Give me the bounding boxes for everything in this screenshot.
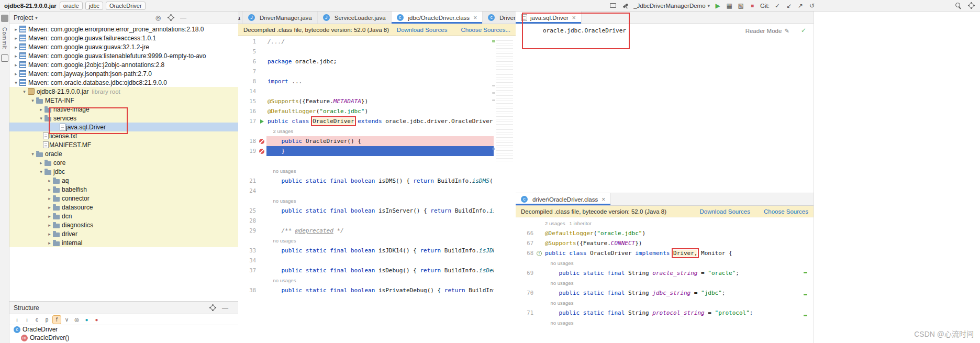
code-line-6[interactable]: 6package oracle.jdbc; [238,57,494,67]
chevron-open-icon[interactable]: ▾ [38,169,44,174]
tree-item-datasource[interactable]: ▸datasource [9,203,238,212]
chevron-closed-icon[interactable]: ▸ [13,62,19,68]
tree-item-maven-com.google.guava-failureaccess-1.0[interactable]: ▸Maven: com.google.guava:failureaccess:1… [9,34,238,42]
close-icon[interactable]: × [473,14,477,21]
structure-panel-title[interactable]: Structure [14,304,39,312]
code-line-28[interactable]: 28 [238,216,494,226]
chevron-closed-icon[interactable]: ▸ [46,178,53,183]
breadcrumb-OracleDriver[interactable]: OracleDriver [106,2,146,10]
code-line-25[interactable]: 25 public static final boolean isInServe… [238,206,494,216]
tree-item-maven-com.jayway.jsonpath-json-path-2.7.[interactable]: ▸Maven: com.jayway.jsonpath:json-path:2.… [9,69,238,78]
editor-tab-jdbc-oracledriver.class[interactable]: jdbc/OracleDriver.class× [392,12,483,24]
tree-item-maven-com.google.errorprone-error-prone-[interactable]: ▸Maven: com.google.errorprone:error_pron… [9,25,238,34]
bp-gutter-icon[interactable] [257,139,266,144]
code-line[interactable] [238,156,494,166]
code-line-17[interactable]: 17public class OracleDriver extends orac… [238,116,494,126]
editor-tab-serviceloader.java[interactable]: ServiceLoader.java [318,12,392,24]
code-area[interactable]: 1/.../56package oracle.jdbc;78import ...… [238,36,494,343]
v-filter-icon[interactable]: v [62,315,71,324]
p-filter-icon[interactable]: p [42,315,51,324]
choose-sources-link[interactable]: Choose Sources... [461,27,510,33]
tree-item-maven-com.google.guava-guava-32.1.2-jre[interactable]: ▸Maven: com.google.guava:guava:32.1.2-jr… [9,42,238,51]
tree-item-java.sql.driver[interactable]: java.sql.Driver [9,123,238,131]
search-icon[interactable] [954,2,963,10]
inspections-ok-icon[interactable]: ✓ [801,27,806,34]
close-icon[interactable]: × [602,196,605,203]
chevron-closed-icon[interactable]: ▸ [13,27,19,32]
code-line-38[interactable]: 38 public static final boolean isPrivate… [238,285,494,295]
gear-icon[interactable] [166,14,175,22]
chevron-closed-icon[interactable]: ▸ [38,160,44,165]
breadcrumb-oracle[interactable]: oracle [60,2,83,10]
tab-driver-oracledriver-class[interactable]: driver\OracleDriver.class × [516,193,611,205]
chevron-closed-icon[interactable]: ▸ [13,45,19,50]
hammer-icon[interactable] [621,2,630,10]
code-line[interactable]: no usages [238,236,494,246]
tree-item-ojdbc8-21.9.0.0.jar[interactable]: ▾ojdbc8-21.9.0.0.jarlibrary root [9,87,238,96]
run-gutter-icon[interactable] [257,119,266,124]
check-icon[interactable]: ✓ [773,2,782,10]
push-icon[interactable]: ↗ [796,2,805,10]
code-line-8[interactable]: 8import ... [238,76,494,86]
sort-icon[interactable]: ↕ [13,315,21,324]
tree-item-babelfish[interactable]: ▸babelfish [9,185,238,194]
breadcrumb-jdbc[interactable]: jdbc [85,2,103,10]
tree-item-license.txt[interactable]: license.txt [9,131,238,140]
code-line[interactable]: no usages [238,196,494,206]
chevron-closed-icon[interactable]: ▸ [46,205,53,210]
chevron-open-icon[interactable]: ▾ [38,116,44,121]
code-line-33[interactable]: 33 public static final boolean isJDK14()… [238,246,494,256]
code-line[interactable]: no usages [516,278,814,288]
code-line-69[interactable]: 69 public static final String oracle_str… [516,268,814,278]
code-line[interactable]: no usages [238,275,494,285]
commit-tool-button[interactable]: Commit [2,27,8,49]
code-line-15[interactable]: 15@Supports({Feature.METADATA}) [238,96,494,106]
f-filter-icon[interactable]: f [52,315,61,324]
code-line[interactable]: no usages [516,318,814,328]
code-line-34[interactable]: 34 [238,256,494,265]
chevron-closed-icon[interactable]: ▸ [13,53,19,59]
red-dot-icon[interactable]: ● [92,315,101,324]
update-icon[interactable]: ↙ [784,2,794,10]
tree-item-native-image[interactable]: ▸native-image [9,105,238,114]
target-icon[interactable]: ◎ [153,14,163,22]
coverage-icon[interactable]: ▦ [725,2,734,10]
code-line-66[interactable]: 66@DefaultLogger("oracle.jdbc") [516,228,814,238]
chevron-closed-icon[interactable]: ▸ [46,196,53,201]
chevron-closed-icon[interactable]: ▸ [46,223,53,228]
project-tool-icon[interactable] [1,15,8,22]
tree-item-meta-inf[interactable]: ▾META-INF [9,96,238,105]
code-line-18[interactable]: 18 public OracleDriver() { [238,136,494,146]
stop-icon[interactable]: ■ [748,2,757,10]
code-line-1[interactable]: 1/.../ [238,37,494,47]
tree-item-maven-com.google.j2objc-j2objc-annotatio[interactable]: ▸Maven: com.google.j2objc:j2objc-annotat… [9,60,238,69]
chevron-closed-icon[interactable]: ▸ [46,214,53,219]
tab-java-sql-driver[interactable]: java.sql.Driver × [516,12,582,24]
structure-item[interactable]: OracleDriver() [9,334,238,342]
structure-item[interactable]: OracleDriver [9,325,238,334]
tree-item-maven-com.oracle.database.jdbc-ojdbc8-21[interactable]: ▾Maven: com.oracle.database.jdbc:ojdbc8:… [9,78,238,87]
tree-item-maven-com.google.guava-listenablefuture-[interactable]: ▸Maven: com.google.guava:listenablefutur… [9,51,238,60]
tree-item-jdbc[interactable]: ▾jdbc [9,167,238,176]
tree-item-diagnostics[interactable]: ▸diagnostics [9,220,238,229]
code-line-7[interactable]: 7 [238,67,494,76]
tree-item-aq[interactable]: ▸aq [9,176,238,185]
code-line-21[interactable]: 21 public static final boolean isDMS() {… [238,176,494,186]
editor-tab-drivermanager.java[interactable]: DriverManager.java [243,12,318,24]
cyan-dot-icon[interactable]: ● [82,315,91,324]
gear-icon[interactable] [208,304,217,312]
play-icon[interactable]: ▶ [713,2,722,10]
minimap-scrollbar[interactable] [496,38,513,162]
tree-item-dcn[interactable]: ▸dcn [9,212,238,220]
hide-icon[interactable]: — [220,304,230,312]
code-line[interactable]: no usages [516,258,814,268]
impl-gutter-icon[interactable] [534,251,544,256]
close-icon[interactable]: × [572,14,576,21]
chevron-open-icon[interactable]: ▾ [29,151,36,157]
tree-item-connector[interactable]: ▸connector [9,194,238,203]
code-line-19[interactable]: 19 } [238,146,494,156]
chevron-closed-icon[interactable]: ▸ [46,240,53,246]
editor-tab-va[interactable]: va [238,12,243,24]
code-line[interactable]: 2 usages [238,126,494,136]
hide-icon[interactable]: — [179,14,188,22]
